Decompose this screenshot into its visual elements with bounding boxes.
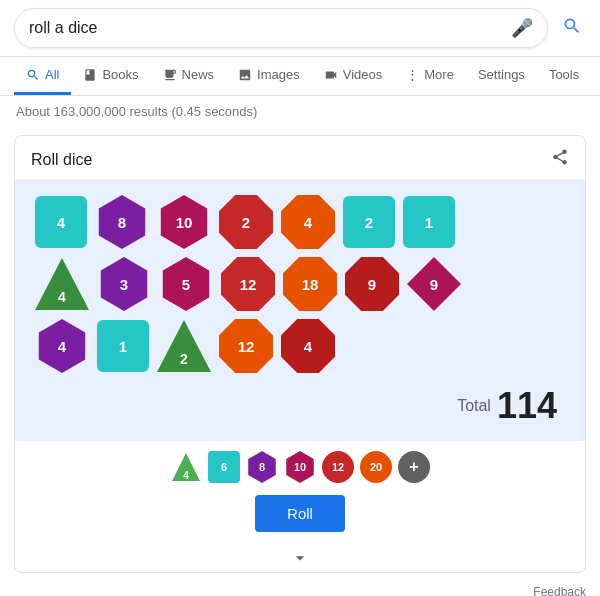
die-1-5[interactable]: 4 <box>281 195 335 249</box>
die-2-3[interactable]: 5 <box>159 257 213 311</box>
feedback-bar: Feedback <box>0 581 600 596</box>
dice-row-1: 4 8 10 2 4 2 <box>35 195 565 249</box>
share-icon[interactable] <box>551 148 569 171</box>
die-1-7[interactable]: 1 <box>403 196 455 248</box>
die-1-3[interactable]: 10 <box>157 195 211 249</box>
total-label: Total <box>457 397 491 415</box>
tab-all[interactable]: All <box>14 57 71 95</box>
dice-grid: 4 8 10 2 4 2 <box>35 195 565 373</box>
dice-area: 4 8 10 2 4 2 <box>15 179 585 441</box>
select-d6[interactable]: 6 <box>208 451 240 483</box>
select-d8[interactable]: 8 <box>246 451 278 483</box>
tab-more[interactable]: ⋮ More <box>394 57 466 95</box>
select-d12[interactable]: 12 <box>322 451 354 483</box>
die-2-6[interactable]: 9 <box>345 257 399 311</box>
mic-icon[interactable]: 🎤 <box>511 17 533 39</box>
tab-news[interactable]: News <box>151 57 227 95</box>
die-2-5[interactable]: 18 <box>283 257 337 311</box>
add-die-button[interactable]: + <box>398 451 430 483</box>
results-count: About 163,000,000 results (0.45 seconds) <box>0 96 600 127</box>
total-value: 114 <box>497 385 557 427</box>
die-3-1[interactable]: 4 <box>35 319 89 373</box>
roll-button[interactable]: Roll <box>255 495 345 532</box>
die-2-2[interactable]: 3 <box>97 257 151 311</box>
die-2-1[interactable]: 4 <box>35 257 89 311</box>
roll-dice-widget: Roll dice 4 8 10 <box>14 135 586 573</box>
search-button[interactable] <box>558 16 586 41</box>
die-2-7[interactable]: 9 <box>407 257 461 311</box>
die-3-4[interactable]: 12 <box>219 319 273 373</box>
select-d10[interactable]: 10 <box>284 451 316 483</box>
dice-row-2: 4 3 5 12 18 9 <box>35 257 565 311</box>
select-d20[interactable]: 20 <box>360 451 392 483</box>
settings-link[interactable]: Settings <box>466 57 537 95</box>
expand-icon[interactable] <box>15 544 585 572</box>
search-input[interactable]: roll a dice <box>29 19 503 37</box>
die-1-6[interactable]: 2 <box>343 196 395 248</box>
tab-videos[interactable]: Videos <box>312 57 395 95</box>
dice-selector: 4 6 8 10 12 20 + <box>15 441 585 491</box>
die-1-4[interactable]: 2 <box>219 195 273 249</box>
total-area: Total 114 <box>35 381 565 431</box>
nav-tabs: All Books News Images Videos ⋮ More Sett… <box>0 57 600 96</box>
tab-images[interactable]: Images <box>226 57 312 95</box>
dice-row-3: 4 1 2 12 4 <box>35 319 565 373</box>
nav-right: Settings Tools <box>466 57 591 95</box>
widget-header: Roll dice <box>15 136 585 179</box>
die-3-3[interactable]: 2 <box>157 319 211 373</box>
die-2-4[interactable]: 12 <box>221 257 275 311</box>
search-input-wrapper: roll a dice 🎤 <box>14 8 548 48</box>
die-3-2[interactable]: 1 <box>97 320 149 372</box>
die-1-2[interactable]: 8 <box>95 195 149 249</box>
select-d4[interactable]: 4 <box>170 451 202 483</box>
tab-books[interactable]: Books <box>71 57 150 95</box>
die-1-1[interactable]: 4 <box>35 196 87 248</box>
widget-title: Roll dice <box>31 151 92 169</box>
tools-link[interactable]: Tools <box>537 57 591 95</box>
roll-button-container: Roll <box>15 491 585 544</box>
search-bar: roll a dice 🎤 <box>0 0 600 57</box>
feedback-link[interactable]: Feedback <box>533 585 586 596</box>
die-3-5[interactable]: 4 <box>281 319 335 373</box>
